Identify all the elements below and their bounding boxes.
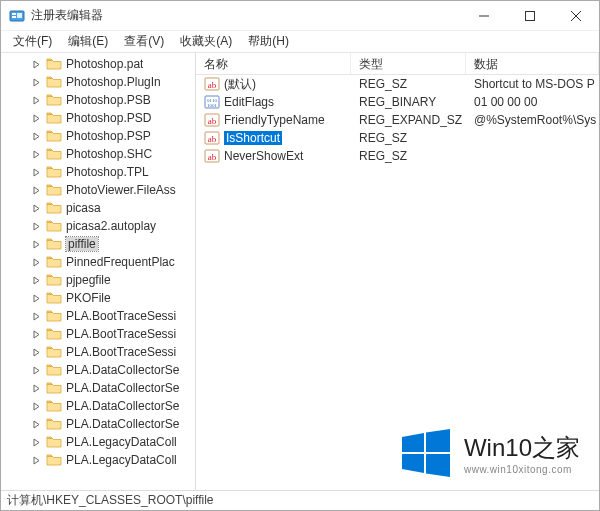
expand-icon[interactable] (31, 185, 42, 196)
tree-item[interactable]: PLA.BootTraceSessi (1, 325, 195, 343)
folder-icon (46, 417, 62, 431)
tree-item[interactable]: Photoshop.PSP (1, 127, 195, 145)
tree-item[interactable]: picasa2.autoplay (1, 217, 195, 235)
titlebar[interactable]: 注册表编辑器 (1, 1, 599, 31)
menu-view[interactable]: 查看(V) (116, 31, 172, 52)
svg-text:1001: 1001 (207, 103, 218, 108)
regedit-icon (9, 8, 25, 24)
tree-item[interactable]: Photoshop.PSD (1, 109, 195, 127)
folder-icon (46, 165, 62, 179)
menu-edit[interactable]: 编辑(E) (60, 31, 116, 52)
expand-icon[interactable] (31, 383, 42, 394)
tree-item[interactable]: PLA.DataCollectorSe (1, 397, 195, 415)
expand-icon[interactable] (31, 329, 42, 340)
tree-item[interactable]: PLA.DataCollectorSe (1, 361, 195, 379)
menu-file[interactable]: 文件(F) (5, 31, 60, 52)
expand-icon[interactable] (31, 77, 42, 88)
maximize-button[interactable] (507, 1, 553, 31)
key-tree[interactable]: Photoshop.patPhotoshop.PlugInPhotoshop.P… (1, 53, 196, 490)
svg-text:ab: ab (208, 116, 217, 126)
tree-item[interactable]: PLA.DataCollectorSe (1, 415, 195, 433)
expand-icon[interactable] (31, 365, 42, 376)
expand-icon[interactable] (31, 131, 42, 142)
tree-item-label: PLA.DataCollectorSe (66, 417, 179, 431)
value-list: 名称 类型 数据 ab(默认)REG_SZShortcut to MS-DOS … (196, 53, 599, 490)
tree-item[interactable]: piffile (1, 235, 195, 253)
value-row[interactable]: ab(默认)REG_SZShortcut to MS-DOS P (196, 75, 599, 93)
svg-rect-2 (12, 16, 16, 18)
value-row[interactable]: abNeverShowExtREG_SZ (196, 147, 599, 165)
expand-icon[interactable] (31, 239, 42, 250)
folder-icon (46, 183, 62, 197)
string-value-icon: ab (204, 76, 220, 92)
expand-icon[interactable] (31, 347, 42, 358)
tree-item[interactable]: PLA.LegacyDataColl (1, 451, 195, 469)
string-value-icon: ab (204, 130, 220, 146)
tree-item-label: piffile (66, 237, 98, 251)
cell-type: REG_EXPAND_SZ (351, 113, 466, 127)
tree-item[interactable]: picasa (1, 199, 195, 217)
cell-data: @%SystemRoot%\Sys (466, 113, 599, 127)
window-title: 注册表编辑器 (31, 7, 461, 24)
status-path: 计算机\HKEY_CLASSES_ROOT\piffile (7, 492, 214, 509)
folder-icon (46, 57, 62, 71)
expand-icon[interactable] (31, 95, 42, 106)
expand-icon[interactable] (31, 149, 42, 160)
expand-icon[interactable] (31, 455, 42, 466)
svg-text:ab: ab (208, 152, 217, 162)
tree-item[interactable]: PLA.LegacyDataColl (1, 433, 195, 451)
tree-item-label: PKOFile (66, 291, 111, 305)
value-row[interactable]: abFriendlyTypeNameREG_EXPAND_SZ@%SystemR… (196, 111, 599, 129)
column-name[interactable]: 名称 (196, 53, 351, 74)
tree-item[interactable]: Photoshop.pat (1, 55, 195, 73)
folder-icon (46, 291, 62, 305)
tree-item[interactable]: Photoshop.TPL (1, 163, 195, 181)
tree-item[interactable]: PinnedFrequentPlac (1, 253, 195, 271)
close-icon (571, 11, 581, 21)
tree-item[interactable]: PLA.DataCollectorSe (1, 379, 195, 397)
statusbar: 计算机\HKEY_CLASSES_ROOT\piffile (1, 490, 599, 510)
folder-icon (46, 435, 62, 449)
expand-icon[interactable] (31, 437, 42, 448)
expand-icon[interactable] (31, 311, 42, 322)
expand-icon[interactable] (31, 401, 42, 412)
tree-item-label: PLA.BootTraceSessi (66, 309, 176, 323)
tree-item[interactable]: PLA.BootTraceSessi (1, 307, 195, 325)
cell-type: REG_SZ (351, 77, 466, 91)
cell-name: 01101001EditFlags (196, 94, 351, 110)
tree-item[interactable]: Photoshop.PlugIn (1, 73, 195, 91)
expand-icon[interactable] (31, 59, 42, 70)
value-row[interactable]: 01101001EditFlagsREG_BINARY01 00 00 00 (196, 93, 599, 111)
folder-icon (46, 201, 62, 215)
tree-item[interactable]: PKOFile (1, 289, 195, 307)
expand-icon[interactable] (31, 275, 42, 286)
folder-icon (46, 327, 62, 341)
tree-item-label: PhotoViewer.FileAss (66, 183, 176, 197)
cell-type: REG_BINARY (351, 95, 466, 109)
expand-icon[interactable] (31, 257, 42, 268)
menu-help[interactable]: 帮助(H) (240, 31, 297, 52)
menu-favorites[interactable]: 收藏夹(A) (172, 31, 240, 52)
minimize-button[interactable] (461, 1, 507, 31)
column-data[interactable]: 数据 (466, 53, 599, 74)
expand-icon[interactable] (31, 203, 42, 214)
tree-item-label: Photoshop.PSP (66, 129, 151, 143)
tree-item[interactable]: PLA.BootTraceSessi (1, 343, 195, 361)
value-row[interactable]: abIsShortcutREG_SZ (196, 129, 599, 147)
value-name: IsShortcut (224, 131, 282, 145)
minimize-icon (479, 11, 489, 21)
expand-icon[interactable] (31, 113, 42, 124)
tree-item-label: PLA.BootTraceSessi (66, 327, 176, 341)
tree-item[interactable]: PhotoViewer.FileAss (1, 181, 195, 199)
tree-item[interactable]: Photoshop.PSB (1, 91, 195, 109)
expand-icon[interactable] (31, 293, 42, 304)
close-button[interactable] (553, 1, 599, 31)
tree-item[interactable]: Photoshop.SHC (1, 145, 195, 163)
expand-icon[interactable] (31, 167, 42, 178)
list-body[interactable]: ab(默认)REG_SZShortcut to MS-DOS P01101001… (196, 75, 599, 490)
string-value-icon: ab (204, 112, 220, 128)
tree-item[interactable]: pjpegfile (1, 271, 195, 289)
column-type[interactable]: 类型 (351, 53, 466, 74)
expand-icon[interactable] (31, 419, 42, 430)
expand-icon[interactable] (31, 221, 42, 232)
